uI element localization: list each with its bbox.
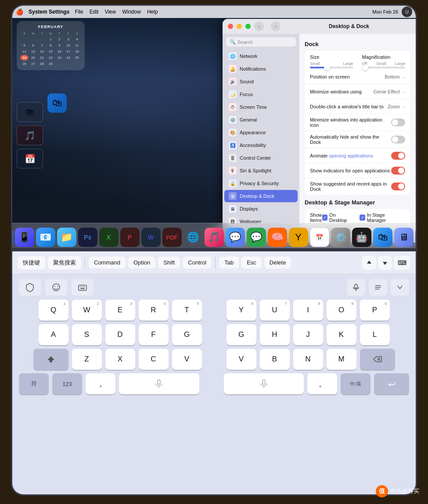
key-return[interactable] xyxy=(374,373,409,394)
show-recent-dock-toggle[interactable] xyxy=(391,182,405,190)
key-j[interactable]: J xyxy=(293,324,323,345)
down-arrow-button[interactable] xyxy=(378,256,392,270)
key-e[interactable]: 3 E xyxy=(105,300,135,321)
key-symbols[interactable]: 符 xyxy=(19,373,49,394)
key-b[interactable]: B xyxy=(260,349,290,370)
dock-icon-excel[interactable]: X xyxy=(99,228,119,247)
collapse-icon-button[interactable] xyxy=(391,279,409,296)
key-d[interactable]: D xyxy=(105,324,135,345)
key-i[interactable]: 8 I xyxy=(293,300,323,321)
dock-icon-music[interactable]: 🎵 xyxy=(205,228,224,247)
shift-button[interactable]: Shift xyxy=(158,257,180,268)
mic-icon-button[interactable] xyxy=(347,279,365,296)
menu-window[interactable]: Window xyxy=(122,9,141,15)
sidebar-item-siri[interactable]: 🎙 Siri & Spotlight xyxy=(224,164,298,177)
key-a[interactable]: A xyxy=(39,324,68,345)
dock-icon-word[interactable]: W xyxy=(141,228,161,247)
on-desktop-checkbox[interactable]: ✓ xyxy=(322,214,328,221)
key-backspace[interactable] xyxy=(360,349,395,370)
dock-icon-trash[interactable]: 🗑 xyxy=(415,228,416,247)
sidebar-item-displays[interactable]: 🖥 Displays xyxy=(224,203,298,215)
desktop-app-icon[interactable]: 🛍 xyxy=(47,93,67,113)
maximize-button[interactable] xyxy=(245,24,251,29)
sidebar-item-sound[interactable]: 🔊 Sound xyxy=(224,75,298,88)
dock-icon-mind[interactable]: 🧠 xyxy=(268,228,287,247)
show-recent-dock-row[interactable]: Show suggested and recent apps in Dock xyxy=(305,178,410,195)
apple-menu[interactable]: 🍎 xyxy=(16,8,23,15)
sidebar-item-desktop-dock[interactable]: 🖥 Desktop & Dock xyxy=(224,190,298,202)
stage-thumb-3[interactable]: 📅 xyxy=(17,149,43,168)
key-c[interactable]: C xyxy=(139,349,169,370)
minimize-row[interactable]: Minimize windows using Genie Effect ⌄ xyxy=(305,84,410,99)
magnification-slider[interactable] xyxy=(362,67,406,68)
show-indicators-row[interactable]: Show indicators for open applications xyxy=(305,163,410,178)
minimize-button[interactable] xyxy=(237,24,242,29)
animate-row[interactable]: Animate opening applications xyxy=(305,148,410,163)
key-space-mic[interactable] xyxy=(119,373,199,394)
key-k[interactable]: K xyxy=(327,324,356,345)
sidebar-item-appearance[interactable]: 🎨 Appearance xyxy=(224,126,298,139)
user-avatar[interactable]: U xyxy=(402,7,412,17)
list-icon-button[interactable] xyxy=(369,279,387,296)
sidebar-item-accessibility[interactable]: ♿ Accessibility xyxy=(224,139,298,151)
keyboard-icon-button[interactable] xyxy=(72,279,94,296)
sidebar-search[interactable]: 🔍 Search xyxy=(226,37,296,46)
dock-icon-messenger[interactable]: 💬 xyxy=(226,228,245,247)
dock-icon-chrome[interactable]: 🌐 xyxy=(183,228,203,247)
forward-button[interactable]: › xyxy=(271,21,281,31)
key-w[interactable]: 2 W xyxy=(72,300,102,321)
key-y[interactable]: 6 Y xyxy=(227,300,256,321)
dock-icon-ai[interactable]: 🤖 xyxy=(352,228,371,247)
size-slider[interactable] xyxy=(310,67,353,68)
key-n[interactable]: N xyxy=(293,349,323,370)
key-h[interactable]: H xyxy=(260,324,290,345)
focus-search-button[interactable]: 聚焦搜索 xyxy=(48,256,81,269)
back-button[interactable]: ‹ xyxy=(254,21,264,31)
stage-thumb-2[interactable]: 🎵 xyxy=(17,125,43,145)
control-button[interactable]: Control xyxy=(183,257,212,268)
stage-thumbnails[interactable]: 🛍 🎵 📅 xyxy=(17,102,43,168)
position-row[interactable]: Position on screen Bottom ⌄ xyxy=(305,69,410,84)
shortcut-button[interactable]: 快捷键 xyxy=(18,256,45,269)
command-button[interactable]: Command xyxy=(89,257,126,268)
emoji-icon-button[interactable] xyxy=(45,279,67,296)
key-123[interactable]: 123 xyxy=(52,373,82,394)
sidebar-item-notifications[interactable]: 🔔 Notifications xyxy=(224,63,298,75)
in-stage-manager-checkbox[interactable]: ✓ xyxy=(360,214,365,221)
minimize-app-icon-row[interactable]: Minimize windows into application icon xyxy=(305,114,410,131)
sidebar-item-general[interactable]: ⚙️ General xyxy=(224,114,298,126)
animate-toggle[interactable] xyxy=(391,152,405,160)
key-t[interactable]: 5 T xyxy=(172,300,202,321)
dock-icon-photoshop[interactable]: Ps xyxy=(78,228,97,247)
dock-icon-powerpoint[interactable]: P xyxy=(120,228,140,247)
dock-icon-pdf[interactable]: PDF xyxy=(162,228,182,247)
key-g-right[interactable]: G xyxy=(227,324,256,345)
minimize-app-icon-toggle[interactable] xyxy=(391,118,405,126)
menu-edit[interactable]: Edit xyxy=(90,9,99,15)
key-z[interactable]: Z xyxy=(72,349,102,370)
sidebar-item-network[interactable]: 🌐 Network xyxy=(224,50,298,62)
delete-button[interactable]: Delete xyxy=(264,257,291,268)
on-desktop-checkbox-item[interactable]: ✓ On Desktop xyxy=(322,212,352,223)
auto-hide-row[interactable]: Automatically hide and show the Dock xyxy=(305,131,410,148)
dock-icon-files[interactable]: 📁 xyxy=(57,228,76,247)
sidebar-item-screen-time[interactable]: ⏱ Screen Time xyxy=(224,101,298,113)
dock-icon-finder[interactable]: 🔍 xyxy=(12,228,13,247)
dock-icon-yoink[interactable]: Y xyxy=(289,228,308,247)
key-l[interactable]: L xyxy=(360,324,390,345)
key-x[interactable]: X xyxy=(105,349,135,370)
dock-icon-mail[interactable]: 📧 xyxy=(36,228,55,247)
dock-icon-calendar[interactable]: 📅 xyxy=(310,228,329,247)
dock-icon-settings[interactable]: ⚙️ xyxy=(331,228,350,247)
in-stage-manager-checkbox-item[interactable]: ✓ In Stage Manager xyxy=(360,212,401,223)
sidebar-item-control-center[interactable]: 🎛 Control Center xyxy=(224,152,298,164)
show-indicators-toggle[interactable] xyxy=(391,167,405,175)
stage-thumb-1[interactable]: 🛍 xyxy=(17,102,43,122)
menu-help[interactable]: Help xyxy=(147,9,158,15)
sidebar-item-privacy[interactable]: 🔒 Privacy & Security xyxy=(224,177,298,189)
key-m[interactable]: M xyxy=(327,349,356,370)
menu-view[interactable]: View xyxy=(104,9,116,15)
key-s[interactable]: S xyxy=(72,324,102,345)
up-arrow-button[interactable] xyxy=(362,256,376,270)
auto-hide-toggle[interactable] xyxy=(391,136,405,143)
